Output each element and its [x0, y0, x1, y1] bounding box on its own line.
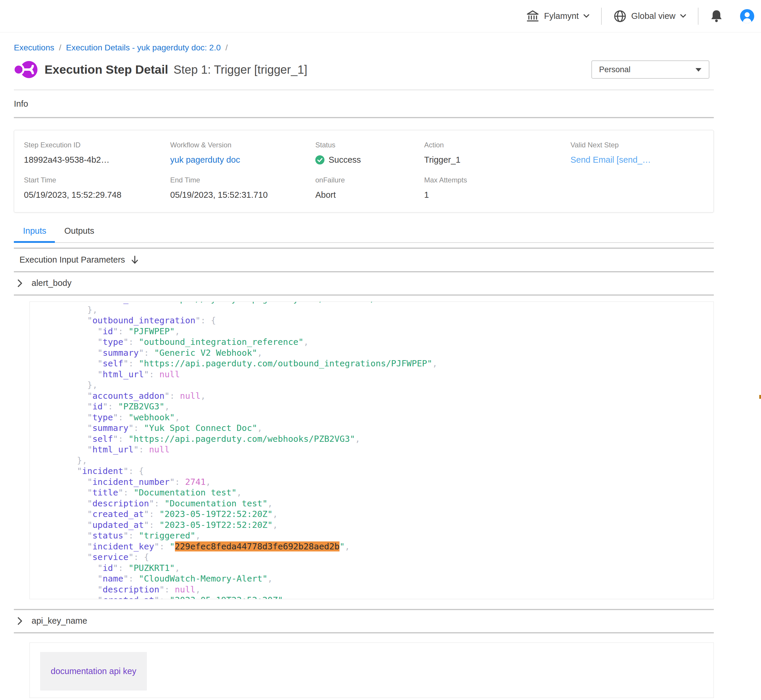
- info-section-heading: Info: [14, 99, 714, 109]
- chevron-right-icon: [18, 617, 22, 625]
- divider: [14, 90, 714, 90]
- field-valid-next-step: Valid Next Step Send Email [send_…: [570, 141, 714, 165]
- divider: [601, 8, 602, 25]
- workflow-logo-icon: [14, 58, 38, 81]
- divider: [14, 632, 714, 633]
- chevron-down-icon: [680, 14, 686, 18]
- status-text: Success: [329, 155, 361, 165]
- workflow-link[interactable]: yuk pagerduty doc: [170, 155, 315, 165]
- divider: [698, 8, 698, 25]
- field-label: Valid Next Step: [570, 141, 714, 149]
- user-avatar[interactable]: [740, 9, 755, 23]
- api-key-name-chip: documentation api key: [40, 652, 147, 691]
- field-label: Action: [424, 141, 570, 149]
- bank-icon: [526, 10, 539, 23]
- main-content: Executions / Execution Details - yuk pag…: [14, 43, 714, 700]
- field-action: Action Trigger_1: [424, 141, 570, 165]
- section-api-key-name[interactable]: api_key_name: [14, 610, 714, 632]
- notifications-button[interactable]: [710, 9, 723, 23]
- chevron-right-icon: [18, 280, 22, 287]
- info-card: Step Execution ID 18992a43-9538-4b2… Wor…: [14, 130, 714, 212]
- view-label: Global view: [631, 11, 675, 21]
- caret-down-icon: [695, 67, 702, 72]
- field-label: Max Attempts: [424, 176, 570, 184]
- field-end-time: End Time 05/19/2023, 15:52:31.710: [170, 176, 315, 200]
- json-code: "html_url": "https://fylamynt.pagerduty.…: [30, 302, 714, 599]
- field-value: Abort: [315, 190, 424, 200]
- params-heading: Execution Input Parameters: [19, 255, 125, 265]
- field-label: onFailure: [315, 176, 424, 184]
- find-match-scroll-marker: [759, 395, 761, 399]
- title-row: Execution Step Detail Step 1: Trigger [t…: [14, 58, 714, 81]
- api-key-name-card: documentation api key: [30, 642, 714, 698]
- next-step-link[interactable]: Send Email [send_…: [570, 155, 714, 165]
- field-status: Status Success: [315, 141, 424, 165]
- page-subtitle: Step 1: Trigger [trigger_1]: [174, 63, 307, 77]
- section-label: api_key_name: [31, 616, 87, 626]
- scope-select[interactable]: Personal: [591, 61, 709, 79]
- bell-icon: [710, 9, 723, 23]
- org-switcher[interactable]: Fylamynt: [526, 10, 589, 23]
- view-switcher[interactable]: Global view: [614, 10, 686, 23]
- execution-input-parameters-header: Execution Input Parameters: [14, 249, 714, 271]
- breadcrumb-execution-details-link[interactable]: Execution Details - yuk pagerduty doc: 2…: [66, 43, 221, 53]
- field-max-attempts: Max Attempts 1: [424, 176, 570, 200]
- divider: [14, 294, 714, 295]
- page-title: Execution Step Detail: [45, 63, 168, 77]
- scope-select-value: Personal: [599, 65, 631, 74]
- field-label: Start Time: [24, 176, 170, 184]
- field-start-time: Start Time 05/19/2023, 15:52:29.748: [24, 176, 170, 200]
- field-label: Status: [315, 141, 424, 149]
- field-label: Workflow & Version: [170, 141, 315, 149]
- divider: [14, 117, 714, 118]
- org-label: Fylamynt: [544, 11, 579, 21]
- globe-icon: [614, 10, 626, 23]
- field-onfailure: onFailure Abort: [315, 176, 424, 200]
- section-alert-body[interactable]: alert_body: [14, 272, 714, 294]
- alert-body-json-viewer[interactable]: "html_url": "https://fylamynt.pagerduty.…: [30, 302, 714, 599]
- field-value: 18992a43-9538-4b2…: [24, 155, 170, 165]
- breadcrumb: Executions / Execution Details - yuk pag…: [14, 43, 714, 53]
- top-bar: Fylamynt Global view: [0, 0, 761, 33]
- field-workflow-version: Workflow & Version yuk pagerduty doc: [170, 141, 315, 165]
- breadcrumb-executions-link[interactable]: Executions: [14, 43, 54, 53]
- field-label: End Time: [170, 176, 315, 184]
- tab-outputs[interactable]: Outputs: [64, 226, 94, 242]
- tab-inputs[interactable]: Inputs: [14, 226, 55, 242]
- field-value: 1: [424, 190, 570, 200]
- chevron-down-icon: [583, 14, 589, 18]
- field-value: 05/19/2023, 15:52:29.748: [24, 190, 170, 200]
- section-label: alert_body: [31, 278, 71, 288]
- breadcrumb-separator: /: [59, 43, 61, 53]
- field-step-execution-id: Step Execution ID 18992a43-9538-4b2…: [24, 141, 170, 165]
- tab-bar: Inputs Outputs: [14, 226, 714, 243]
- download-arrow-icon[interactable]: [131, 255, 139, 265]
- field-value: 05/19/2023, 15:52:31.710: [170, 190, 315, 200]
- breadcrumb-separator: /: [225, 43, 228, 53]
- status-badge: Success: [315, 155, 424, 165]
- success-check-icon: [315, 155, 324, 164]
- field-label: Step Execution ID: [24, 141, 170, 149]
- field-value: Trigger_1: [424, 155, 570, 165]
